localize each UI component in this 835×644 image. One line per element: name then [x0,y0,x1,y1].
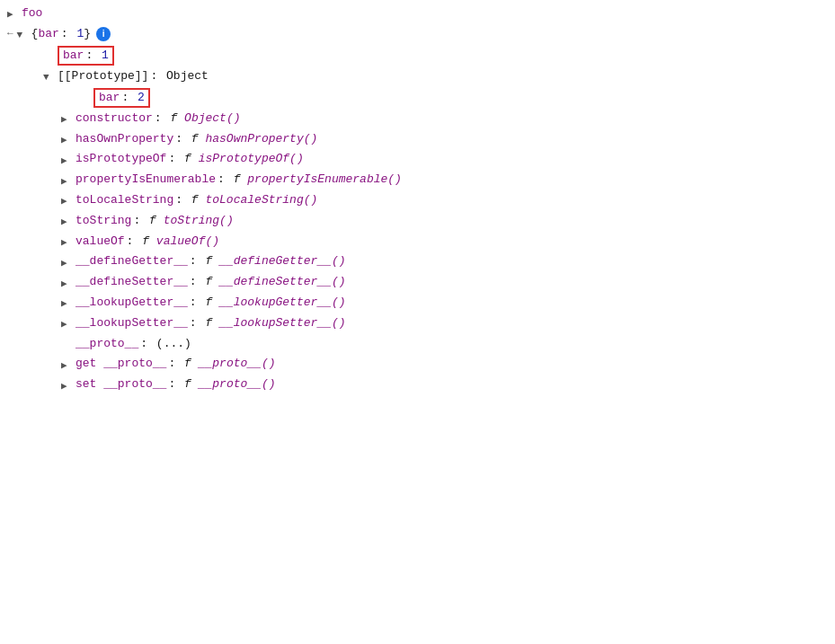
prototype-arrow[interactable] [43,70,56,83]
valueof-func: valueOf() [156,233,219,251]
return-indicator: ← [7,26,13,42]
valueof-arrow[interactable] [61,235,74,248]
lookupsetter-arrow[interactable] [61,317,74,330]
valueof-key: valueOf [76,233,125,251]
bar1-key: bar [63,49,84,62]
info-badge[interactable]: i [96,27,111,41]
lookupgetter-key: __lookupGetter__ [76,294,188,313]
proto-key: __proto__ [76,335,138,354]
root-object-row[interactable]: ← {bar: 1} i [0,24,835,45]
proto-row[interactable]: ▶ __proto__: (...) [0,334,835,355]
tostring-row[interactable]: toString: f toString() [0,211,835,232]
definegetter-func: __defineGetter__() [219,252,345,271]
constructor-key: constructor [76,110,153,128]
set-proto-key: set __proto__ [76,375,166,394]
bar1-highlighted: bar: 1 [58,46,114,66]
valueof-row[interactable]: valueOf: f valueOf() [0,232,835,252]
prototype-key: [[Prototype]]: Object [58,67,209,86]
bar2-highlighted: bar: 2 [93,88,150,108]
close-brace: } [84,27,91,40]
tolocalestring-key: toLocaleString [76,191,173,210]
definegetter-arrow[interactable] [61,256,74,269]
tostring-func: toString() [164,212,234,231]
lookupgetter-row[interactable]: __lookupGetter__: f __lookupGetter__() [0,293,835,313]
isprototypeof-row[interactable]: isPrototypeOf: f isPrototypeOf() [0,149,835,170]
set-proto-arrow[interactable] [61,379,74,392]
bar1-row[interactable]: ▶ bar: 1 [0,45,835,66]
definegetter-key: __defineGetter__ [76,252,188,271]
set-proto-func: __proto__() [199,375,276,394]
proto-value: (...) [156,335,191,354]
foo-row[interactable]: foo [0,4,835,24]
tostring-key: toString [76,212,131,231]
bar2-value: 2 [138,91,145,104]
bar1-value: 1 [102,49,109,62]
lookupgetter-func: __lookupGetter__() [219,294,345,313]
get-proto-arrow[interactable] [61,358,74,371]
lookupsetter-key: __lookupSetter__ [76,314,188,333]
definesetter-arrow[interactable] [61,277,74,289]
prototype-row[interactable]: [[Prototype]]: Object [0,66,835,87]
tostring-arrow[interactable] [61,215,74,227]
root-object-arrow[interactable] [17,28,30,40]
tolocalestring-row[interactable]: toLocaleString: f toLocaleString() [0,190,835,211]
isprototypeof-key: isPrototypeOf [76,150,166,169]
definegetter-row[interactable]: __defineGetter__: f __defineGetter__() [0,251,835,272]
constructor-func: Object() [184,110,240,128]
lookupgetter-arrow[interactable] [61,296,74,309]
hasownproperty-func: hasOwnProperty() [205,130,317,149]
isprototypeof-func: isPrototypeOf() [199,150,304,169]
set-proto-row[interactable]: set __proto__: f __proto__() [0,375,835,395]
get-proto-row[interactable]: get __proto__: f __proto__() [0,354,835,375]
foo-label: foo [22,4,42,23]
propertyisenumerable-func: propertyIsEnumerable() [247,171,402,190]
tolocalestring-arrow[interactable] [61,194,74,207]
lookupsetter-func: __lookupSetter__() [219,314,345,333]
definesetter-row[interactable]: __defineSetter__: f __defineSetter__() [0,272,835,293]
constructor-arrow[interactable] [61,112,74,125]
hasownproperty-row[interactable]: hasOwnProperty: f hasOwnProperty() [0,129,835,150]
preview-key: bar [38,27,58,40]
definesetter-func: __defineSetter__() [219,273,345,292]
get-proto-key: get __proto__ [76,355,166,374]
bar2-key: bar [99,91,120,104]
propertyisenumerable-key: propertyIsEnumerable [76,171,216,190]
isprototypeof-arrow[interactable] [61,154,74,166]
get-proto-func: __proto__() [199,355,276,374]
tolocalestring-func: toLocaleString() [205,191,317,210]
bar2-row[interactable]: ▶ bar: 2 [0,87,835,109]
root-object-preview: {bar: 1} [31,25,91,44]
foo-expand-arrow[interactable] [7,7,20,20]
devtools-panel: foo ← {bar: 1} i ▶ bar: 1 [[Prototype]]:… [0,0,835,644]
lookupsetter-row[interactable]: __lookupSetter__: f __lookupSetter__() [0,313,835,334]
propertyisenumerable-arrow[interactable] [61,174,74,187]
hasownproperty-arrow[interactable] [61,133,74,146]
definesetter-key: __defineSetter__ [76,273,188,292]
propertyisenumerable-row[interactable]: propertyIsEnumerable: f propertyIsEnumer… [0,170,835,190]
constructor-row[interactable]: constructor: f Object() [0,109,835,129]
hasownproperty-key: hasOwnProperty [76,130,173,149]
